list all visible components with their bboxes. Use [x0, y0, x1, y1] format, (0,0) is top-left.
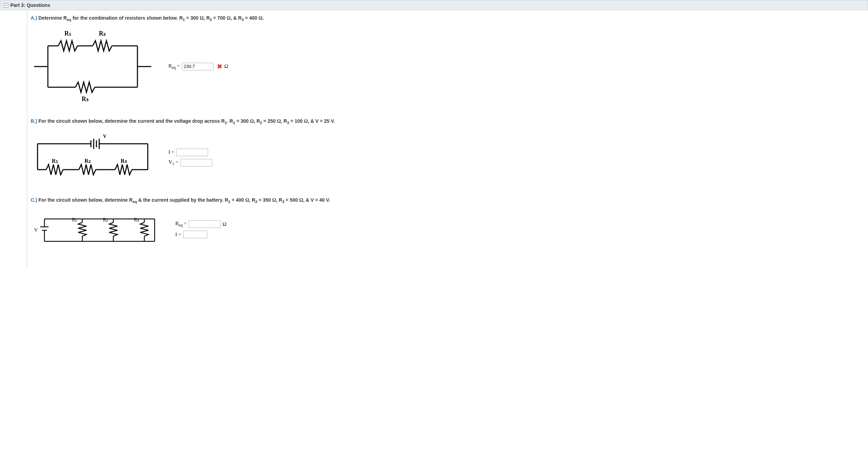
- answer-block-a: Req = ✖ Ω: [168, 63, 228, 70]
- svg-text:R₂: R₂: [103, 217, 108, 222]
- answer-a-req: Req = ✖ Ω: [168, 63, 228, 70]
- input-c-req[interactable]: [189, 220, 220, 228]
- answer-b-v1: V1 =: [168, 159, 212, 167]
- part-label-b: B.): [31, 118, 37, 124]
- question-b: B.) For the circuit shown below, determi…: [31, 118, 865, 183]
- answer-block-c: Req = Ω I =: [175, 220, 226, 238]
- incorrect-icon: ✖: [217, 63, 222, 70]
- collapse-icon[interactable]: −: [4, 3, 8, 8]
- svg-text:V: V: [103, 133, 107, 139]
- input-a-req[interactable]: [182, 63, 214, 70]
- svg-text:R₃: R₃: [82, 96, 89, 102]
- question-b-text: B.) For the circuit shown below, determi…: [31, 118, 865, 125]
- question-c-text: C.) For the circuit shown below, determi…: [31, 197, 865, 204]
- svg-text:R₁: R₁: [72, 217, 77, 222]
- circuit-diagram-b: V R₁ R₂ R₃: [31, 132, 155, 183]
- svg-text:R₂: R₂: [99, 30, 106, 37]
- svg-text:V: V: [34, 227, 38, 233]
- circuit-diagram-a: R₁ R₂ R₃: [31, 29, 155, 104]
- input-b-v1[interactable]: [180, 159, 212, 167]
- svg-text:R₁: R₁: [64, 30, 71, 37]
- unit-ohm: Ω: [224, 63, 228, 69]
- input-b-i[interactable]: [176, 149, 208, 156]
- circuit-diagram-c: V R₁ R₂ R₃: [31, 210, 162, 248]
- answer-c-i: I =: [175, 231, 226, 238]
- part-label-c: C.): [31, 197, 37, 203]
- answer-b-i: I =: [168, 149, 212, 156]
- svg-text:R₂: R₂: [84, 158, 91, 164]
- question-c: C.) For the circuit shown below, determi…: [31, 197, 865, 249]
- unit-ohm: Ω: [223, 221, 226, 227]
- section-header: − Part 3: Questions: [0, 0, 868, 10]
- part-label-a: A.): [31, 15, 37, 21]
- content-area: A.) Determine Req for the combination of…: [27, 10, 868, 269]
- input-c-i[interactable]: [183, 231, 207, 238]
- svg-text:R₃: R₃: [121, 158, 127, 164]
- answer-c-req: Req = Ω: [175, 220, 226, 228]
- section-title: Part 3: Questions: [10, 2, 50, 8]
- svg-text:R₁: R₁: [52, 158, 58, 164]
- svg-text:R₃: R₃: [134, 217, 139, 222]
- answer-block-b: I = V1 =: [168, 149, 212, 167]
- question-a: A.) Determine Req for the combination of…: [31, 15, 865, 104]
- question-a-text: A.) Determine Req for the combination of…: [31, 15, 865, 22]
